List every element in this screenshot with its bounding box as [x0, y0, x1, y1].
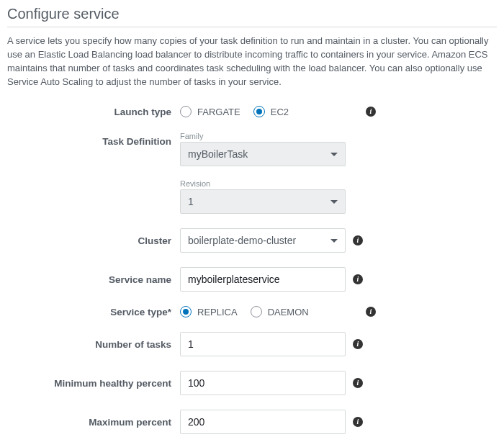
- label-service-name: Service name: [13, 274, 180, 285]
- chevron-down-icon: [330, 153, 338, 156]
- input-service-name[interactable]: [180, 267, 346, 292]
- radio-circle-icon: [180, 306, 192, 317]
- select-family[interactable]: myBoilerTask: [180, 142, 346, 166]
- label-number-of-tasks: Number of tasks: [13, 339, 180, 350]
- radio-circle-icon: [251, 306, 262, 317]
- select-cluster-value: boilerplate-demo-cluster: [188, 235, 296, 246]
- info-icon[interactable]: i: [353, 274, 363, 284]
- info-icon[interactable]: i: [353, 378, 363, 388]
- label-min-healthy-percent: Minimum healthy percent: [13, 378, 180, 389]
- radio-ec2[interactable]: EC2: [253, 106, 289, 117]
- radio-ec2-label: EC2: [271, 107, 289, 117]
- radio-replica[interactable]: REPLICA: [180, 306, 238, 317]
- configure-service-form: Launch type FARGATE EC2 i Task Definitio…: [7, 106, 497, 434]
- chevron-down-icon: [330, 200, 338, 204]
- radio-replica-label: REPLICA: [197, 307, 238, 317]
- label-service-type: Service type*: [13, 307, 180, 317]
- radio-daemon-label: DAEMON: [268, 307, 309, 317]
- input-number-of-tasks[interactable]: [180, 332, 346, 356]
- row-launch-type: Launch type FARGATE EC2 i: [13, 106, 497, 117]
- input-min-healthy-percent[interactable]: [180, 371, 346, 395]
- radio-circle-icon: [180, 106, 192, 117]
- select-revision[interactable]: 1: [180, 189, 346, 214]
- info-icon[interactable]: i: [366, 107, 376, 117]
- info-icon[interactable]: i: [353, 235, 363, 245]
- sub-label-family: Family: [180, 132, 346, 140]
- row-number-of-tasks: Number of tasks i: [13, 332, 497, 356]
- select-cluster[interactable]: boilerplate-demo-cluster: [180, 228, 346, 253]
- row-service-type: Service type* REPLICA DAEMON i: [13, 306, 497, 317]
- row-cluster: Cluster boilerplate-demo-cluster i: [13, 228, 497, 253]
- input-max-percent[interactable]: [180, 410, 346, 434]
- info-icon[interactable]: i: [366, 307, 376, 317]
- radio-fargate-label: FARGATE: [197, 107, 240, 117]
- service-type-radio-group: REPLICA DAEMON: [180, 306, 359, 317]
- launch-type-radio-group: FARGATE EC2: [180, 106, 359, 117]
- label-launch-type: Launch type: [13, 107, 180, 117]
- row-min-healthy-percent: Minimum healthy percent i: [13, 371, 497, 395]
- label-cluster: Cluster: [13, 235, 180, 246]
- label-task-definition: Task Definition: [13, 132, 180, 147]
- radio-circle-icon: [253, 106, 265, 117]
- sub-label-revision: Revision: [180, 179, 346, 188]
- info-icon[interactable]: i: [353, 417, 363, 427]
- select-family-value: myBoilerTask: [188, 148, 248, 160]
- row-max-percent: Maximum percent i: [13, 410, 497, 434]
- radio-daemon[interactable]: DAEMON: [251, 306, 309, 317]
- chevron-down-icon: [330, 239, 338, 243]
- row-service-name: Service name i: [13, 267, 497, 292]
- radio-fargate[interactable]: FARGATE: [180, 106, 240, 117]
- page-title: Configure service: [7, 6, 497, 27]
- page-description: A service lets you specify how many copi…: [7, 35, 497, 89]
- label-max-percent: Maximum percent: [13, 417, 180, 428]
- row-task-definition: Task Definition Family myBoilerTask Revi…: [13, 132, 497, 214]
- info-icon[interactable]: i: [353, 339, 363, 349]
- select-revision-value: 1: [188, 196, 194, 207]
